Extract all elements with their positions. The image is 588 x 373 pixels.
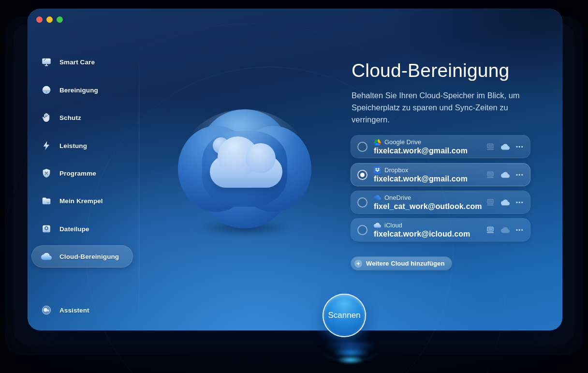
onedrive-icon <box>374 194 381 201</box>
service-name: OneDrive <box>384 194 411 201</box>
sidebar-item-label: Programme <box>59 170 96 177</box>
sidebar-item-label: Assistent <box>59 307 89 314</box>
account-email: fixel_cat_work@outlook.com <box>374 202 482 211</box>
plus-icon: + <box>354 260 362 268</box>
protection-icon <box>41 112 52 123</box>
sidebar: Smart Care Bereinigung Schutz Leistung P… <box>28 9 139 330</box>
cloud-blob-illustration <box>178 109 311 228</box>
icloud-icon <box>374 222 381 229</box>
page-description: Behalten Sie Ihren Cloud-Speicher im Bli… <box>352 90 533 126</box>
sidebar-item-label: Cloud-Bereinigung <box>59 253 119 260</box>
blob-shadow <box>196 220 293 236</box>
smart-care-icon <box>41 56 52 68</box>
account-row-icloud[interactable]: iCloud fixelcat.work@icloud.com ••• <box>351 219 530 241</box>
account-row-google-drive[interactable]: Google Drive fixelcat.work@gmail.com ••• <box>351 135 530 158</box>
blob-lobe <box>202 109 288 186</box>
sidebar-item-programme[interactable]: Programme <box>32 163 132 184</box>
ellipsis-menu-icon[interactable]: ••• <box>516 227 524 232</box>
ellipsis-menu-icon[interactable]: ••• <box>516 172 524 177</box>
ellipsis-menu-icon[interactable]: ••• <box>516 144 524 149</box>
laptop-icon <box>486 226 495 234</box>
sidebar-item-label: Dateilupe <box>59 225 89 233</box>
sidebar-item-bereinigung[interactable]: Bereinigung <box>32 79 132 101</box>
account-row-dropbox[interactable]: Dropbox fixelcat.work@gmail.com ••• <box>351 164 530 186</box>
laptop-icon <box>486 143 495 150</box>
google-drive-icon <box>374 138 381 146</box>
sidebar-item-mein-krempel[interactable]: Mein Krempel <box>32 190 132 211</box>
add-cloud-button[interactable]: + Weitere Cloud hinzufügen <box>351 257 452 270</box>
inner-cloud-shape <box>210 156 282 188</box>
cloud-sync-icon <box>501 144 510 150</box>
cloud-sync-icon <box>501 172 510 178</box>
account-radio[interactable] <box>357 197 368 208</box>
my-clutter-icon <box>41 195 52 207</box>
cleanup-icon <box>41 84 52 96</box>
cloud-sync-icon <box>501 227 510 233</box>
service-name: iCloud <box>384 222 402 229</box>
cloud-cleanup-icon <box>41 251 52 262</box>
sidebar-item-cloud-bereinigung[interactable]: Cloud-Bereinigung <box>32 246 132 267</box>
service-name: Dropbox <box>384 166 408 174</box>
sidebar-divider <box>139 55 139 317</box>
sidebar-item-label: Smart Care <box>59 59 95 66</box>
ellipsis-menu-icon[interactable]: ••• <box>516 200 524 205</box>
sidebar-item-leistung[interactable]: Leistung <box>32 135 132 156</box>
laptop-icon <box>486 199 495 206</box>
dropbox-icon <box>374 166 381 174</box>
blob-sheen <box>178 109 311 228</box>
assistant-icon <box>41 304 52 316</box>
applications-icon <box>41 167 52 179</box>
app-window: Smart Care Bereinigung Schutz Leistung P… <box>28 9 562 330</box>
scan-button[interactable]: Scannen <box>323 294 366 337</box>
account-email: fixelcat.work@gmail.com <box>374 147 468 155</box>
blob-lobe <box>178 126 254 212</box>
account-radio[interactable] <box>357 142 368 152</box>
account-radio[interactable] <box>357 170 368 180</box>
blob-core <box>202 131 287 207</box>
scan-button-label: Scannen <box>328 311 360 320</box>
account-row-onedrive[interactable]: OneDrive fixel_cat_work@outlook.com ••• <box>351 191 530 213</box>
account-radio[interactable] <box>357 225 368 235</box>
sidebar-item-smart-care[interactable]: Smart Care <box>32 51 132 73</box>
file-lens-icon <box>41 223 52 235</box>
account-email: fixelcat.work@gmail.com <box>374 175 468 183</box>
sidebar-item-dateilupe[interactable]: Dateilupe <box>32 218 132 239</box>
page-title: Cloud-Bereinigung <box>352 60 509 81</box>
sidebar-item-assistent[interactable]: Assistent <box>32 299 132 321</box>
add-cloud-label: Weitere Cloud hinzufügen <box>366 260 445 267</box>
cloud-sync-icon <box>501 199 510 206</box>
sidebar-item-schutz[interactable]: Schutz <box>32 107 132 128</box>
performance-icon <box>41 140 52 151</box>
sidebar-item-label: Mein Krempel <box>59 197 103 205</box>
sidebar-item-label: Schutz <box>59 114 81 121</box>
blob-lobe <box>235 126 311 212</box>
sidebar-item-label: Bereinigung <box>59 87 98 94</box>
laptop-icon <box>486 171 495 179</box>
blob-lobe <box>202 152 288 228</box>
small-cloud-ball <box>213 137 229 154</box>
sidebar-item-label: Leistung <box>59 142 87 149</box>
service-name: Google Drive <box>384 138 421 146</box>
desktop-background: Smart Care Bereinigung Schutz Leistung P… <box>0 0 588 373</box>
account-email: fixelcat.work@icloud.com <box>374 230 470 239</box>
